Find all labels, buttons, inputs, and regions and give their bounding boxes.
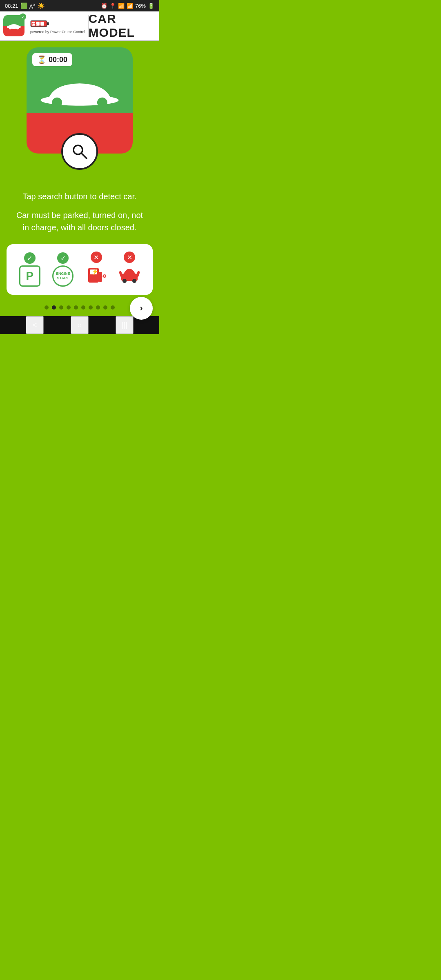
search-button[interactable] (61, 133, 98, 170)
pkc-icon: 🟩 (20, 2, 27, 9)
header-logo-area: ✓ (0, 11, 28, 40)
hourglass-icon: ⏳ (37, 55, 46, 64)
timer-badge: ⏳ 00:00 (32, 53, 72, 66)
charging-icon: ⚡ (86, 265, 107, 286)
open-doors-icon (119, 265, 140, 287)
android-nav-bar: < ○ ||| (0, 316, 159, 334)
svg-line-13 (81, 153, 87, 158)
parked-check-icon: ✓ (24, 252, 36, 264)
svg-point-2 (16, 27, 19, 29)
header: ✓ PKC powered by Power Cruise Control CA… (0, 11, 159, 41)
wifi-icon: 📶 (118, 3, 125, 9)
engine-start-icon: ENGINESTART (52, 265, 74, 287)
powered-by-text: powered by Power Cruise Control (30, 30, 85, 34)
dot-4 (74, 305, 78, 310)
pagination-area: › (0, 302, 159, 314)
condition-doors: ✕ (119, 252, 140, 287)
car-silhouette (37, 78, 122, 109)
dot-5 (81, 305, 85, 310)
doors-check-icon: ✕ (124, 252, 135, 263)
svg-point-23 (122, 279, 127, 283)
svg-point-11 (97, 97, 107, 107)
svg-point-24 (132, 279, 136, 283)
next-button[interactable]: › (130, 297, 153, 320)
instruction-line2: Car must be parked, turned on, not in ch… (15, 209, 145, 234)
alarm-icon: ⏰ (101, 3, 107, 9)
timer-value: 00:00 (49, 56, 67, 64)
dot-6 (89, 305, 93, 310)
svg-point-10 (52, 97, 62, 107)
location-icon: 📍 (109, 3, 116, 9)
home-button[interactable]: ○ (71, 316, 89, 334)
svg-rect-16 (99, 272, 102, 282)
instructions-area: Tap search button to detect car. Car mus… (7, 190, 153, 240)
parking-icon: P (19, 265, 40, 287)
sun-icon: ☀️ (38, 2, 45, 9)
svg-rect-4 (47, 22, 49, 25)
dot-9 (111, 305, 115, 310)
dot-2 (59, 305, 63, 310)
header-pkc-area: PKC powered by Power Cruise Control (28, 11, 88, 40)
dot-8 (103, 305, 107, 310)
search-icon (71, 143, 89, 160)
header-title: CAR MODEL (89, 11, 159, 40)
status-time: 08:21 (5, 3, 18, 9)
app-card: ⏳ 00:00 (27, 47, 133, 162)
recents-button[interactable]: ||| (116, 316, 134, 334)
condition-no-charge: ✕ ⚡ (86, 252, 107, 287)
condition-engine: ✓ ENGINESTART (52, 252, 74, 287)
app-logo-icon: ✓ (3, 15, 24, 36)
font-size-icon: Ax (29, 2, 36, 10)
main-content: ⏳ 00:00 Tap search button to detect car.… (0, 41, 159, 240)
dot-1[interactable] (52, 305, 56, 310)
condition-parked: ✓ P (19, 252, 40, 287)
battery-level: 76% (135, 3, 146, 9)
svg-text:⚡: ⚡ (91, 268, 99, 275)
dot-3 (67, 305, 71, 310)
svg-point-1 (9, 27, 11, 29)
signal-icon: 📶 (127, 3, 133, 9)
status-right: ⏰ 📍 📶 📶 76% 🔋 (101, 3, 154, 9)
dot-7 (96, 305, 100, 310)
back-button[interactable]: < (26, 316, 44, 334)
logo-car-icon (6, 21, 22, 30)
engine-check-icon: ✓ (57, 252, 69, 264)
card-top: ⏳ 00:00 (27, 47, 133, 113)
conditions-card: ✓ P ✓ ENGINESTART ✕ ⚡ ✕ (7, 244, 153, 295)
dots-row (45, 305, 115, 310)
logo-check-icon: ✓ (20, 13, 26, 20)
svg-text:PKC: PKC (32, 22, 38, 25)
instruction-line1: Tap search button to detect car. (15, 190, 145, 203)
charge-check-icon: ✕ (91, 252, 102, 263)
battery-icon: 🔋 (148, 3, 154, 9)
status-left: 08:21 🟩 Ax ☀️ (5, 2, 45, 10)
open-car-icon (119, 265, 140, 286)
svg-rect-7 (40, 22, 44, 26)
charge-icon: ⚡ (86, 265, 107, 287)
bottom-area: › (0, 299, 159, 316)
dot-0 (45, 305, 49, 310)
status-bar: 08:21 🟩 Ax ☀️ ⏰ 📍 📶 📶 76% 🔋 (0, 0, 159, 11)
pkc-battery-logo: PKC (30, 18, 50, 30)
